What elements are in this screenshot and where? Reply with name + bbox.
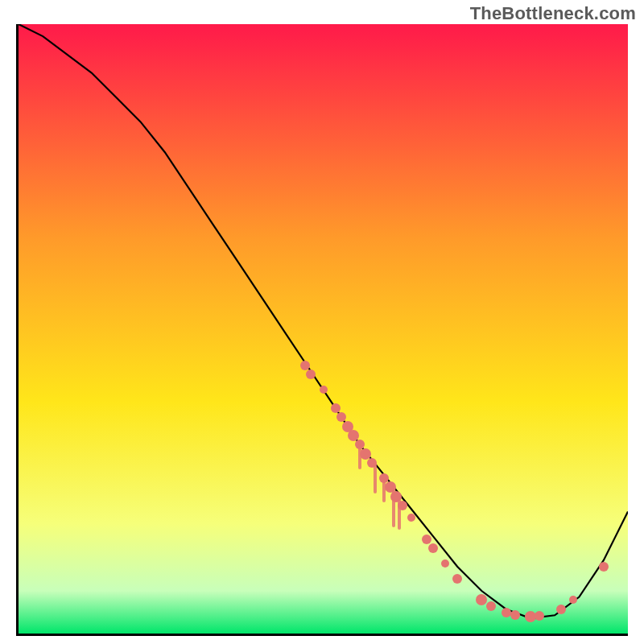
data-point	[320, 386, 328, 394]
data-point	[331, 403, 341, 413]
bottleneck-curve	[19, 24, 628, 634]
data-point	[502, 608, 511, 617]
data-drip	[382, 478, 386, 502]
data-point	[569, 596, 577, 604]
data-drip	[398, 499, 401, 530]
data-point	[306, 369, 316, 379]
data-point	[422, 535, 431, 544]
data-drip	[374, 463, 377, 493]
watermark-text: TheBottleneck.com	[470, 3, 636, 24]
data-point	[428, 543, 438, 553]
data-point	[599, 562, 609, 572]
data-point	[452, 574, 462, 584]
data-drip	[358, 444, 361, 469]
data-point	[556, 605, 566, 614]
data-point	[486, 601, 496, 611]
data-point	[407, 514, 415, 522]
data-point	[441, 559, 449, 568]
chart-area	[16, 24, 628, 636]
data-drip	[392, 490, 395, 526]
data-point	[510, 610, 520, 620]
data-point	[535, 611, 544, 621]
data-point	[300, 361, 310, 370]
